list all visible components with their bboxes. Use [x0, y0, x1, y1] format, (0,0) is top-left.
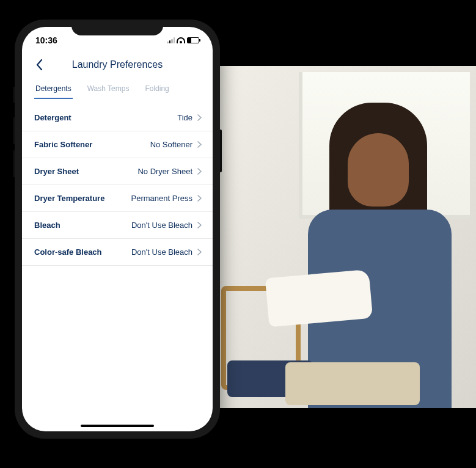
setting-row-dryer-sheet[interactable]: Dryer Sheet No Dryer Sheet [22, 158, 213, 185]
cellular-signal-icon [167, 37, 175, 43]
setting-label: Fabric Softener [34, 140, 150, 149]
setting-label: Bleach [34, 221, 131, 230]
setting-value: Tide [177, 113, 192, 122]
tabs-bar: Detergents Wash Temps Folding [22, 81, 213, 100]
settings-list: Detergent Tide Fabric Softener No Soften… [22, 100, 213, 266]
setting-label: Dryer Temperature [34, 194, 131, 203]
home-indicator[interactable] [81, 425, 154, 427]
page-title: Laundry Preferences [31, 59, 204, 70]
setting-value: No Dryer Sheet [137, 167, 192, 176]
setting-row-color-safe-bleach[interactable]: Color-safe Bleach Don't Use Bleach [22, 239, 213, 266]
setting-label: Detergent [34, 113, 177, 122]
setting-value: Don't Use Bleach [131, 221, 192, 230]
tab-wash-temps[interactable]: Wash Temps [86, 81, 131, 99]
chevron-right-icon [197, 114, 202, 121]
setting-value: No Softener [150, 140, 192, 149]
chevron-right-icon [197, 249, 202, 255]
wifi-icon [177, 37, 185, 43]
phone-device-frame: 10:36 32 Laundry Preferences Detergents … [15, 20, 220, 439]
status-bar: 10:36 32 [22, 27, 213, 51]
setting-label: Color-safe Bleach [34, 247, 131, 257]
setting-row-fabric-softener[interactable]: Fabric Softener No Softener [22, 131, 213, 158]
setting-value: Don't Use Bleach [131, 247, 192, 257]
setting-row-detergent[interactable]: Detergent Tide [22, 104, 213, 131]
phone-screen: 10:36 32 Laundry Preferences Detergents … [22, 27, 213, 431]
nav-header: Laundry Preferences [22, 51, 213, 81]
tab-folding[interactable]: Folding [144, 81, 170, 99]
tab-detergents[interactable]: Detergents [34, 81, 73, 99]
battery-icon [187, 37, 199, 43]
chevron-right-icon [197, 141, 202, 148]
chevron-right-icon [197, 168, 202, 175]
chevron-right-icon [197, 195, 202, 202]
setting-label: Dryer Sheet [34, 167, 137, 176]
setting-row-bleach[interactable]: Bleach Don't Use Bleach [22, 212, 213, 239]
status-time: 10:36 [35, 33, 57, 45]
chevron-right-icon [197, 222, 202, 229]
setting-row-dryer-temperature[interactable]: Dryer Temperature Permanent Press [22, 185, 213, 212]
setting-value: Permanent Press [131, 194, 192, 203]
